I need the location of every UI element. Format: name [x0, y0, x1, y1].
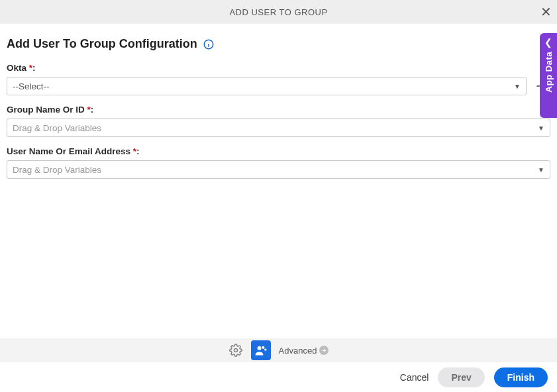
- app-data-label: App Data: [544, 52, 554, 93]
- advanced-label: Advanced: [279, 346, 317, 356]
- chevron-down-icon: ▼: [514, 83, 521, 90]
- group-mode-icon[interactable]: [251, 340, 271, 360]
- group-input[interactable]: Drag & Drop Variables ▼: [7, 119, 550, 137]
- dialog-title: ADD USER TO GROUP: [0, 7, 557, 17]
- group-label: Group Name Or ID *:: [7, 105, 550, 115]
- chevron-down-icon: ▼: [538, 166, 544, 173]
- gear-icon[interactable]: [228, 343, 243, 358]
- field-okta: Okta *: --Select-- ▼: [7, 63, 550, 95]
- advanced-link[interactable]: Advanced +: [279, 346, 329, 356]
- svg-point-7: [262, 346, 264, 349]
- bottom-toolbar: Advanced +: [0, 338, 557, 362]
- okta-label: Okta *:: [7, 63, 550, 73]
- dialog-header: ADD USER TO GROUP ✕: [0, 0, 557, 24]
- group-placeholder: Drag & Drop Variables: [13, 123, 101, 133]
- info-icon[interactable]: [203, 38, 215, 50]
- section-title-text: Add User To Group Configuration: [7, 37, 197, 51]
- svg-point-5: [234, 349, 237, 352]
- finish-button[interactable]: Finish: [494, 368, 548, 387]
- plus-circle-icon: +: [319, 346, 329, 355]
- app-data-side-tab[interactable]: ❮ App Data: [540, 33, 557, 118]
- field-group: Group Name Or ID *: Drag & Drop Variable…: [7, 105, 550, 137]
- prev-button[interactable]: Prev: [438, 368, 484, 387]
- user-placeholder: Drag & Drop Variables: [13, 165, 101, 175]
- chevron-down-icon: ▼: [538, 124, 544, 132]
- user-input[interactable]: Drag & Drop Variables ▼: [7, 160, 550, 179]
- svg-point-6: [257, 346, 261, 350]
- dialog-footer: Cancel Prev Finish: [0, 363, 557, 392]
- section-heading: Add User To Group Configuration: [7, 37, 550, 51]
- close-icon[interactable]: ✕: [540, 5, 552, 19]
- user-label: User Name Or Email Address *:: [7, 146, 550, 156]
- okta-select-value: --Select--: [13, 81, 50, 91]
- chevron-left-icon: ❮: [544, 37, 552, 48]
- okta-select[interactable]: --Select-- ▼: [7, 77, 527, 95]
- field-user: User Name Or Email Address *: Drag & Dro…: [7, 146, 550, 179]
- cancel-button[interactable]: Cancel: [400, 372, 429, 383]
- svg-point-2: [208, 42, 209, 42]
- dialog-content: Add User To Group Configuration Okta *: …: [0, 24, 557, 179]
